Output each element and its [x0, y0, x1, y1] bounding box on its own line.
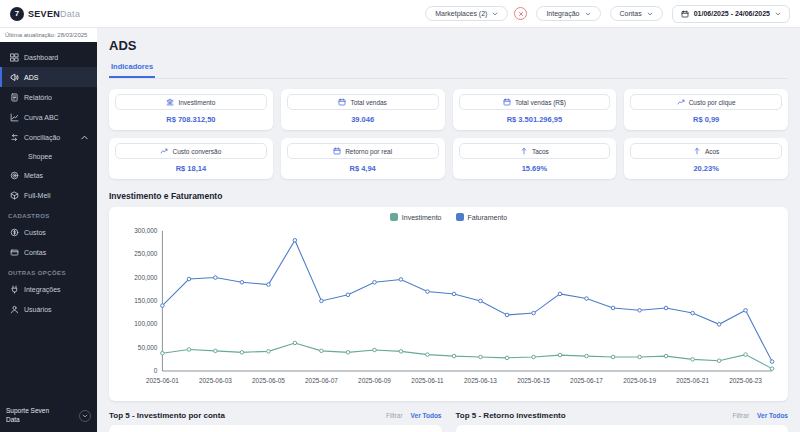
svg-text:2025-06-15: 2025-06-15	[517, 377, 550, 384]
svg-text:50,000: 50,000	[138, 344, 158, 351]
sidebar-item-label: Curva ABC	[24, 114, 59, 121]
date-range-picker[interactable]: 01/06/2025 - 24/06/2025	[672, 5, 790, 23]
goals-icon	[10, 171, 19, 180]
main-content: ADS Indicadores InvestimentoR$ 708.312,5…	[97, 28, 800, 432]
kpi-label: Total vendas (R$)	[515, 99, 566, 106]
sidebar-item-label: Custos	[24, 229, 46, 236]
chevron-down-icon	[775, 11, 781, 17]
topbar: 7 SEVENData Marketplaces (2) Integração …	[0, 0, 800, 28]
kpi-card-header: Custo por clique	[630, 94, 782, 110]
brand-name-bold: SEVEN	[28, 9, 60, 19]
sidebar: Última atualização: 28/03/2025 Dashboard…	[0, 28, 97, 432]
kpi-card-header: Investimento	[115, 94, 267, 110]
ver-todos-link[interactable]: Ver Todos	[757, 412, 788, 419]
conciliation-icon	[10, 133, 19, 142]
chevron-down-icon	[647, 11, 653, 17]
sidebar-item-curva-abc[interactable]: Curva ABC	[0, 107, 97, 127]
kpi-value: R$ 0,99	[630, 115, 782, 124]
sidebar-item-dashboard[interactable]: Dashboard	[0, 47, 97, 67]
arrow-up-icon	[520, 147, 528, 155]
svg-text:0: 0	[154, 367, 158, 374]
brand-name-light: Data	[60, 9, 80, 19]
contas-dropdown[interactable]: Contas	[610, 6, 663, 21]
svg-text:2025-06-17: 2025-06-17	[570, 377, 603, 384]
sidebar-item-usuarios[interactable]: Usuários	[0, 299, 97, 319]
sidebar-item-ads[interactable]: ADS	[0, 67, 97, 87]
kpi-card-header: Acos	[630, 143, 782, 159]
support-expand-button[interactable]	[79, 410, 91, 422]
svg-text:300,000: 300,000	[134, 227, 158, 234]
kpi-label: Investimento	[178, 99, 215, 106]
filter-label[interactable]: Filtrar	[732, 412, 749, 419]
sidebar-item-contas[interactable]: Contas	[0, 242, 97, 262]
sidebar-item-label: Conciliação	[24, 134, 60, 141]
svg-text:2025-06-13: 2025-06-13	[464, 377, 497, 384]
sidebar-item-full-meli[interactable]: Full-Meli	[0, 185, 97, 205]
sidebar-item-label: Relatório	[24, 94, 52, 101]
clear-filter-button[interactable]	[514, 7, 527, 20]
kpi-card-header: Retorno por real	[287, 143, 439, 159]
ver-todos-link[interactable]: Ver Todos	[411, 412, 442, 419]
bank-icon	[166, 98, 174, 106]
kpi-value: 20.23%	[630, 164, 782, 173]
chart-card: InvestimentoFaturamento 050,000100,00015…	[109, 207, 788, 401]
legend-swatch	[390, 213, 398, 221]
sidebar-item-shopee[interactable]: Shopee	[0, 147, 97, 165]
chevron-down-icon	[585, 11, 591, 17]
marketplaces-dropdown-label: Marketplaces (2)	[435, 10, 487, 17]
sidebar-item-relatorio[interactable]: Relatório	[0, 87, 97, 107]
kpi-value: 39.046	[287, 115, 439, 124]
sidebar-item-label: Usuários	[24, 306, 52, 313]
legend-swatch	[456, 213, 464, 221]
kpi-card-investimento: InvestimentoR$ 708.312,50	[109, 89, 273, 130]
tab-indicadores[interactable]: Indicadores	[109, 59, 155, 78]
kpi-value: 15.69%	[459, 164, 611, 173]
legend-label: Investimento	[402, 214, 442, 221]
svg-text:2025-06-09: 2025-06-09	[358, 377, 391, 384]
filter-label[interactable]: Filtrar	[386, 412, 403, 419]
ads-icon	[10, 73, 19, 82]
kpi-label: Retorno por real	[345, 148, 392, 155]
contas-dropdown-label: Contas	[620, 10, 642, 17]
sidebar-item-conciliacao[interactable]: Conciliação	[0, 127, 97, 147]
bottom-sections: Top 5 - Investimento por contaFiltrarVer…	[109, 411, 788, 432]
sidebar-item-label: Metas	[24, 172, 43, 179]
report-icon	[10, 93, 19, 102]
sidebar-item-custos[interactable]: Custos	[0, 222, 97, 242]
kpi-card-header: Total vendas	[287, 94, 439, 110]
sidebar-item-label: Dashboard	[24, 54, 58, 61]
kpi-value: R$ 4,94	[287, 164, 439, 173]
svg-text:2025-06-03: 2025-06-03	[199, 377, 232, 384]
chevron-up-icon	[80, 133, 89, 142]
kpi-label: Custo conversão	[172, 148, 221, 155]
kpi-value: R$ 708.312,50	[115, 115, 267, 124]
integrations-icon	[10, 285, 19, 294]
dashboard-icon	[10, 53, 19, 62]
marketplaces-dropdown[interactable]: Marketplaces (2)	[425, 6, 508, 21]
accounts-icon	[10, 248, 19, 257]
svg-text:2025-06-05: 2025-06-05	[252, 377, 285, 384]
svg-text:2025-06-23: 2025-06-23	[729, 377, 762, 384]
svg-text:2025-06-21: 2025-06-21	[676, 377, 709, 384]
calendar-icon	[338, 98, 346, 106]
sidebar-item-label: Contas	[24, 249, 46, 256]
integracao-dropdown-label: Integração	[546, 10, 579, 17]
support-button[interactable]: Suporte Seven Data	[0, 399, 97, 432]
page-title: ADS	[109, 38, 788, 53]
kpi-card-header: Tacos	[459, 143, 611, 159]
sidebar-item-label: Integrações	[24, 286, 61, 293]
sidebar-section-outras-opcoes: OUTRAS OPÇÕES	[0, 262, 97, 279]
kpi-cards-grid: InvestimentoR$ 708.312,50Total vendas39.…	[109, 89, 788, 179]
integracao-dropdown[interactable]: Integração	[536, 6, 600, 21]
chevron-down-icon	[492, 11, 498, 17]
arrow-up-icon	[693, 147, 701, 155]
chart-icon	[677, 98, 685, 106]
tabs-bar: Indicadores	[109, 59, 788, 79]
kpi-label: Custo por clique	[689, 99, 736, 106]
sidebar-item-metas[interactable]: Metas	[0, 165, 97, 185]
bottom-section-top-5-retorno-investimento: Top 5 - Retorno investimentoFiltrarVer T…	[456, 411, 789, 432]
kpi-card-custo-conversao: Custo conversãoR$ 18,14	[109, 138, 273, 179]
support-label: Suporte Seven Data	[6, 407, 64, 424]
sidebar-item-integracoes[interactable]: Integrações	[0, 279, 97, 299]
bottom-section-title: Top 5 - Retorno investimento	[456, 411, 725, 420]
